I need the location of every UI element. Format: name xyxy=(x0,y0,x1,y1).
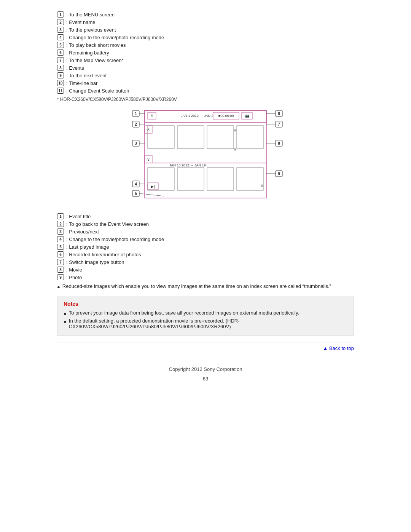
list2-item: 6: Recorded time/number of photos xyxy=(57,251,354,257)
bullet-text: Reduced-size images which enable you to … xyxy=(62,283,331,289)
notes-box: Notes ●To prevent your image data from b… xyxy=(57,296,354,336)
list-item-text: : Time-line bar xyxy=(66,80,97,86)
list1-item: 10: Time-line bar xyxy=(57,80,354,86)
bullet-icon: ● xyxy=(57,284,60,290)
num-badge: 2 xyxy=(57,221,64,227)
num-badge: 6 xyxy=(57,50,64,56)
svg-text:⊟: ⊟ xyxy=(261,184,263,187)
list1-item: 8: Events xyxy=(57,65,354,71)
num-badge: 7 xyxy=(57,57,64,63)
svg-text:8: 8 xyxy=(278,141,280,145)
list2-item: 7: Switch image type button xyxy=(57,259,354,265)
list-item-text: : To go back to the Event View screen xyxy=(66,221,149,227)
svg-text:6: 6 xyxy=(278,112,280,116)
list1: 1: To the MENU screen2: Event name3: To … xyxy=(57,11,354,94)
list-item-text: : Recorded time/number of photos xyxy=(66,252,141,257)
svg-rect-8 xyxy=(207,168,234,190)
svg-text:2: 2 xyxy=(135,122,137,126)
list2-item: 5: Last played image xyxy=(57,244,354,250)
list-item-text: : Movie xyxy=(66,267,82,273)
list-item-text: : To the previous event xyxy=(66,27,116,33)
num-badge: 6 xyxy=(57,251,64,257)
event-view-diagram: ✕ JAN 1 2012 → JAN 2 ■00:00:00 📷 ∧ ∨ ⊟ ⊟… xyxy=(126,107,285,206)
list1-item: 1: To the MENU screen xyxy=(57,11,354,18)
num-badge: 1 xyxy=(57,11,64,18)
bullet-item: ● Reduced-size images which enable you t… xyxy=(57,283,354,290)
svg-rect-4 xyxy=(207,126,234,149)
svg-text:JAN 18 2012 → JAN 19: JAN 18 2012 → JAN 19 xyxy=(169,163,206,167)
num-badge: 3 xyxy=(57,27,64,33)
list-item-text: : To the next event xyxy=(66,73,107,78)
svg-text:3: 3 xyxy=(135,141,137,145)
list1-item: 9: To the next event xyxy=(57,72,354,78)
list-item-text: : Previous/next xyxy=(66,229,99,235)
notes-bullet-text: In the default setting, a protected demo… xyxy=(69,318,347,329)
num-badge: 11 xyxy=(57,88,64,94)
notes-bullet-text: To prevent your image data from being lo… xyxy=(69,310,299,316)
diagram-wrapper: ✕ JAN 1 2012 → JAN 2 ■00:00:00 📷 ∧ ∨ ⊟ ⊟… xyxy=(57,107,354,206)
svg-text:∧: ∧ xyxy=(147,127,150,132)
notes-title: Notes xyxy=(64,301,347,307)
list1-item: 6: Remaining battery xyxy=(57,50,354,56)
num-badge: 7 xyxy=(57,259,64,265)
list1-item: 2: Event name xyxy=(57,19,354,25)
notes-bullet-list: ●To prevent your image data from being l… xyxy=(64,310,347,329)
list-item-text: : To play back short movies xyxy=(66,42,126,48)
list-item-text: : To the MENU screen xyxy=(66,12,115,18)
svg-text:1: 1 xyxy=(135,112,137,116)
svg-text:▶|: ▶| xyxy=(151,185,155,189)
num-badge: 5 xyxy=(57,244,64,250)
svg-text:∨: ∨ xyxy=(147,157,150,161)
num-badge: 1 xyxy=(57,213,64,219)
num-badge: 4 xyxy=(57,236,64,242)
list2-item: 3: Previous/next xyxy=(57,228,354,235)
back-to-top-row: ▲ Back to top xyxy=(57,342,354,351)
list2-item: 4: Change to the movie/photo recording m… xyxy=(57,236,354,242)
list-item-text: : Events xyxy=(66,65,84,71)
list-item-text: : Event name xyxy=(66,19,96,25)
copyright-text: Copyright 2012 Sony Corporation xyxy=(169,366,242,372)
page-number: 63 xyxy=(57,376,354,382)
list2-item: 9: Photo xyxy=(57,274,354,280)
num-badge: 9 xyxy=(57,72,64,78)
bullet-icon: ● xyxy=(64,319,67,324)
list2-item: 1: Event title xyxy=(57,213,354,219)
svg-text:JAN 1 2012 → JAN 2: JAN 1 2012 → JAN 2 xyxy=(181,114,213,118)
svg-text:7: 7 xyxy=(278,122,280,126)
list-item-text: : Remaining battery xyxy=(66,50,109,56)
svg-rect-7 xyxy=(177,168,204,190)
back-to-top-link[interactable]: ▲ Back to top xyxy=(323,345,354,351)
svg-rect-5 xyxy=(237,126,263,149)
footer: Copyright 2012 Sony Corporation xyxy=(57,363,354,372)
list-item-text: : Change Event Scale button xyxy=(66,88,129,94)
num-badge: 8 xyxy=(57,65,64,71)
svg-text:✕: ✕ xyxy=(150,113,153,118)
list1-item: 7: To the Map View screen* xyxy=(57,57,354,63)
list1-item: 5: To play back short movies xyxy=(57,42,354,48)
svg-rect-0 xyxy=(145,110,266,198)
svg-text:📷: 📷 xyxy=(245,113,250,118)
list2-item: 2: To go back to the Event View screen xyxy=(57,221,354,227)
list1-item: 3: To the previous event xyxy=(57,27,354,33)
page-content: 1: To the MENU screen2: Event name3: To … xyxy=(42,0,369,404)
notes-bullet-item: ●To prevent your image data from being l… xyxy=(64,310,347,316)
list-item-text: : To the Map View screen* xyxy=(66,58,124,63)
num-badge: 2 xyxy=(57,19,64,25)
num-badge: 4 xyxy=(57,34,64,40)
num-badge: 10 xyxy=(57,80,64,86)
svg-text:9: 9 xyxy=(278,172,280,176)
svg-rect-2 xyxy=(148,126,174,149)
bullet-icon: ● xyxy=(64,311,67,316)
svg-text:⊟: ⊟ xyxy=(234,129,237,132)
num-badge: 3 xyxy=(57,228,64,235)
list1-item: 4: Change to the movie/photo recording m… xyxy=(57,34,354,40)
svg-text:■00:00:00: ■00:00:00 xyxy=(218,114,234,118)
svg-text:5: 5 xyxy=(135,192,137,196)
list1-item: 11: Change Event Scale button xyxy=(57,88,354,94)
svg-line-50 xyxy=(139,193,164,196)
list2-item: 8: Movie xyxy=(57,267,354,273)
list-item-text: : Change to the movie/photo recording mo… xyxy=(66,236,164,242)
svg-rect-9 xyxy=(237,168,263,190)
list-item-text: : Change to the movie/photo recording mo… xyxy=(66,35,164,40)
list2: 1: Event title2: To go back to the Event… xyxy=(57,213,354,280)
